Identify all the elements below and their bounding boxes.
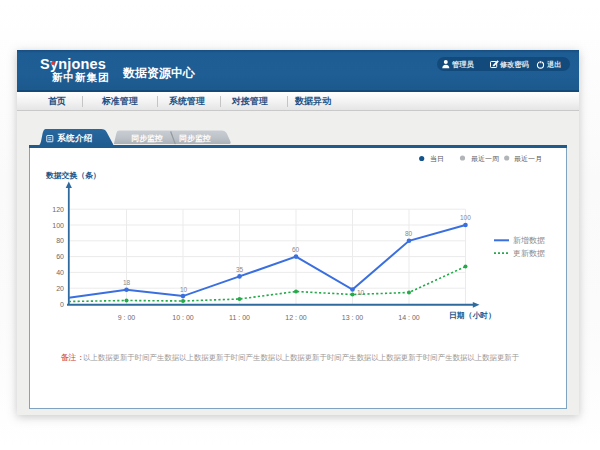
svg-text:9 : 00: 9 : 00	[118, 313, 136, 320]
svg-text:14 : 00: 14 : 00	[398, 313, 420, 320]
svg-text:10: 10	[357, 288, 365, 295]
svg-text:60: 60	[56, 253, 64, 260]
svg-text:同步监控: 同步监控	[179, 134, 210, 143]
svg-text:100: 100	[460, 214, 471, 221]
svg-text:最近一周: 最近一周	[471, 154, 499, 161]
svg-text:11 : 00: 11 : 00	[229, 313, 250, 320]
svg-text:更新数据: 更新数据	[513, 249, 545, 258]
svg-text:120: 120	[52, 205, 64, 212]
svg-text:0: 0	[60, 300, 64, 307]
svg-text:系统介绍: 系统介绍	[56, 133, 93, 143]
svg-text:10: 10	[180, 285, 188, 292]
svg-text:新增数据: 新增数据	[513, 236, 545, 245]
svg-text:12 : 00: 12 : 00	[285, 313, 307, 320]
svg-text:100: 100	[52, 221, 64, 228]
svg-text:备注：: 备注：	[61, 353, 85, 362]
svg-text:20: 20	[56, 284, 64, 291]
svg-text:35: 35	[236, 265, 244, 272]
svg-text:同步监控: 同步监控	[131, 134, 162, 143]
svg-text:数据交换（条）: 数据交换（条）	[45, 170, 101, 179]
svg-text:40: 40	[56, 268, 64, 275]
svg-text:10 : 00: 10 : 00	[172, 313, 194, 320]
svg-text:最近一月: 最近一月	[514, 154, 542, 162]
svg-text:日期（小时）: 日期（小时）	[449, 311, 496, 320]
svg-text:60: 60	[292, 245, 300, 252]
svg-text:以上数据更新于时间产生数据以上数据更新于时间产生数据以上数据: 以上数据更新于时间产生数据以上数据更新于时间产生数据以上数据更新于时间产生数据以…	[83, 353, 520, 362]
svg-text:13 : 00: 13 : 00	[342, 313, 364, 320]
svg-text:当日: 当日	[430, 155, 444, 163]
svg-text:80: 80	[405, 230, 413, 237]
svg-text:18: 18	[123, 279, 131, 286]
svg-text:80: 80	[56, 237, 64, 244]
